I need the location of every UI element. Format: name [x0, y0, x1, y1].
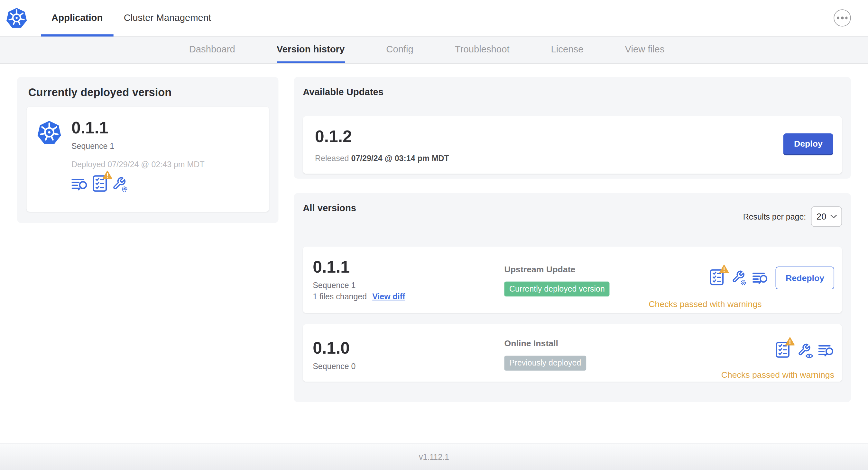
- checks-status-text: Checks passed with warnings: [721, 370, 834, 380]
- warning-triangle-icon: [102, 170, 112, 179]
- results-per-page-label: Results per page:: [743, 212, 806, 221]
- deploy-logs-icon[interactable]: [71, 177, 88, 192]
- preflight-checks-warning-icon[interactable]: [776, 341, 790, 360]
- tab-config[interactable]: Config: [386, 37, 413, 63]
- edit-config-icon[interactable]: [112, 176, 126, 193]
- tab-view-files[interactable]: View files: [625, 37, 664, 63]
- version-source: Upstream Update: [504, 264, 649, 274]
- warning-triangle-icon: [719, 264, 729, 273]
- currently-deployed-title: Currently deployed version: [28, 86, 172, 99]
- update-released-line: Released 07/29/24 @ 03:14 pm MDT: [315, 154, 449, 163]
- view-diff-link[interactable]: View diff: [372, 292, 405, 301]
- tab-cluster-management-label: Cluster Management: [124, 12, 211, 24]
- app-subnav: Dashboard Version history Config Trouble…: [0, 37, 868, 64]
- main-content: Currently deployed version 0.1.1 Sequenc…: [0, 64, 868, 443]
- header-tabs: Application Cluster Management: [41, 0, 222, 36]
- checks-status-text: Checks passed with warnings: [649, 299, 762, 309]
- available-update-row: 0.1.2 Released 07/29/24 @ 03:14 pm MDT D…: [303, 116, 842, 174]
- active-tab-underline: [41, 34, 113, 37]
- chevron-down-icon: [830, 215, 837, 219]
- console-version: v1.112.1: [419, 452, 449, 461]
- row-sequence: Sequence 0: [313, 362, 504, 371]
- update-version-number: 0.1.2: [315, 127, 352, 146]
- app-footer: v1.112.1: [0, 443, 868, 470]
- row-version-number: 0.1.0: [313, 339, 504, 357]
- row-version-number: 0.1.1: [313, 259, 504, 276]
- available-updates-card: Available Updates 0.1.2 Released 07/29/2…: [294, 77, 851, 179]
- tab-dashboard[interactable]: Dashboard: [189, 37, 235, 63]
- kubernetes-app-icon: [37, 120, 62, 145]
- available-updates-title: Available Updates: [303, 87, 383, 98]
- redeploy-button[interactable]: Redeploy: [776, 267, 834, 289]
- all-versions-title: All versions: [303, 203, 356, 214]
- deploy-button[interactable]: Deploy: [783, 133, 833, 156]
- gear-icon: [740, 279, 747, 286]
- tab-application-label: Application: [52, 12, 103, 24]
- status-badge-currently-deployed: Currently deployed version: [504, 281, 610, 296]
- edit-config-icon[interactable]: [731, 270, 745, 286]
- deployed-version-number: 0.1.1: [71, 118, 205, 138]
- version-source: Online Install: [504, 338, 721, 348]
- version-row-0.1.0: 0.1.0 Sequence 0 Online Install Previous…: [303, 324, 842, 381]
- tab-cluster-management[interactable]: Cluster Management: [113, 0, 222, 36]
- update-released-date: 07/29/24 @ 03:14 pm MDT: [351, 154, 449, 163]
- deploy-logs-icon[interactable]: [818, 344, 834, 358]
- app-header: Application Cluster Management: [0, 0, 868, 37]
- tab-troubleshoot[interactable]: Troubleshoot: [455, 37, 509, 63]
- preflight-checks-warning-icon[interactable]: [92, 175, 107, 194]
- currently-deployed-card: Currently deployed version 0.1.1 Sequenc…: [17, 77, 278, 223]
- deployed-sequence: Sequence 1: [71, 141, 205, 150]
- results-per-page-select[interactable]: 20: [811, 206, 842, 227]
- status-badge-previously-deployed: Previously deployed: [504, 356, 586, 370]
- ellipsis-icon: [837, 17, 839, 19]
- deployed-timestamp: Deployed 07/29/24 @ 02:43 pm MDT: [71, 160, 205, 169]
- tab-license[interactable]: License: [551, 37, 584, 63]
- more-options-button[interactable]: [834, 9, 850, 26]
- tab-version-history[interactable]: Version history: [277, 37, 345, 63]
- deploy-logs-icon[interactable]: [752, 271, 769, 285]
- version-row-0.1.1: 0.1.1 Sequence 1 1 files changedView dif…: [303, 246, 842, 313]
- currently-deployed-inner-card: 0.1.1 Sequence 1 Deployed 07/29/24 @ 02:…: [27, 107, 269, 212]
- warning-triangle-icon: [785, 337, 795, 346]
- preflight-checks-warning-icon[interactable]: [710, 268, 724, 288]
- view-config-icon[interactable]: [797, 343, 811, 359]
- files-changed-label: 1 files changed: [313, 292, 367, 301]
- tab-application[interactable]: Application: [41, 0, 113, 36]
- all-versions-card: All versions Results per page: 20 0.1.1 …: [294, 193, 851, 402]
- row-sequence: Sequence 1: [313, 281, 504, 290]
- eye-icon: [806, 353, 813, 358]
- gear-icon: [121, 186, 128, 192]
- kubernetes-logo-icon: [5, 7, 28, 29]
